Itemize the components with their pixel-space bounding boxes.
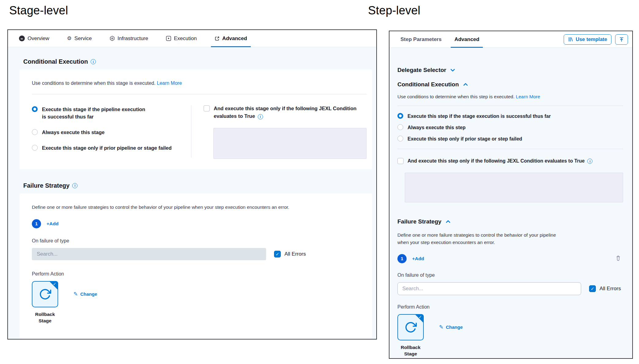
heading-text: Conditional Execution bbox=[23, 58, 88, 65]
jexl-label-text: And execute this step only if the follow… bbox=[408, 158, 584, 163]
failure-type-row: ✓ All Errors bbox=[32, 248, 360, 260]
corner-check-icon: ✓ bbox=[53, 282, 56, 286]
trash-icon bbox=[616, 255, 621, 261]
all-errors-label: All Errors bbox=[284, 251, 306, 257]
radio-selected-icon[interactable] bbox=[32, 106, 38, 112]
rollback-stage-action-card[interactable]: ✓ bbox=[397, 314, 424, 340]
radio-option-successful[interactable]: Execute this stage if the pipeline execu… bbox=[32, 106, 191, 121]
tab-label: Execution bbox=[174, 36, 197, 42]
step-panel: Step Parameters Advanced Use template De… bbox=[389, 31, 633, 359]
tab-execution[interactable]: Execution bbox=[166, 30, 197, 47]
radio-option-always[interactable]: Always execute this stage bbox=[32, 129, 191, 136]
change-action-link[interactable]: ✎ Change bbox=[439, 324, 463, 330]
all-errors-checkbox-row[interactable]: ✓ All Errors bbox=[589, 285, 621, 292]
delegate-selector-header[interactable]: Delegate Selector bbox=[397, 67, 623, 73]
change-label: Change bbox=[80, 291, 97, 297]
radio-option-prior-failed[interactable]: Execute this stage only if prior pipelin… bbox=[32, 144, 191, 152]
radio-label: Execute this step only if prior stage or… bbox=[408, 135, 522, 142]
failure-type-search-input[interactable] bbox=[32, 248, 266, 260]
radio-icon[interactable] bbox=[397, 136, 403, 141]
jexl-label: And execute this stage only if the follo… bbox=[214, 105, 366, 120]
jexl-condition-input[interactable] bbox=[405, 173, 623, 202]
heading-text: Failure Strategy bbox=[23, 182, 70, 189]
radio-label: Always execute this step bbox=[408, 124, 465, 131]
radio-option-prior-failed[interactable]: Execute this step only if prior stage or… bbox=[397, 135, 623, 142]
stage-level-title: Stage-level bbox=[9, 4, 68, 17]
gear-icon: ⚙ bbox=[67, 35, 72, 42]
all-errors-checkbox-row[interactable]: ✓ All Errors bbox=[274, 251, 306, 257]
delete-strategy-button[interactable] bbox=[616, 255, 621, 262]
pencil-icon: ✎ bbox=[73, 291, 78, 297]
strategy-badge-row: 1 +Add bbox=[397, 254, 623, 263]
failure-type-search-input[interactable] bbox=[397, 282, 581, 295]
strategy-count-badge[interactable]: 1 bbox=[397, 254, 407, 263]
checkbox-icon[interactable] bbox=[204, 105, 210, 111]
info-icon[interactable]: i bbox=[91, 59, 96, 64]
tab-advanced[interactable]: Advanced bbox=[215, 30, 247, 47]
checked-checkbox-icon[interactable]: ✓ bbox=[589, 285, 596, 292]
strategy-badge-row: 1 +Add bbox=[32, 219, 360, 228]
tab-advanced[interactable]: Advanced bbox=[454, 31, 479, 47]
radio-option-successful[interactable]: Execute this step if the stage execution… bbox=[397, 113, 623, 120]
info-icon[interactable]: i bbox=[72, 183, 77, 188]
stage-tabbar: ∞ Overview ⚙ Service Infrastructure Exec… bbox=[8, 30, 376, 47]
learn-more-link[interactable]: Learn More bbox=[516, 94, 540, 99]
radio-label: Execute this stage if the pipeline execu… bbox=[42, 106, 148, 121]
conditional-description: Use conditions to determine when this st… bbox=[397, 94, 623, 99]
checked-checkbox-icon[interactable]: ✓ bbox=[274, 251, 281, 257]
jexl-checkbox-row[interactable]: And execute this stage only if the follo… bbox=[204, 105, 366, 120]
action-name-line2: Stage bbox=[30, 318, 60, 324]
rollback-stage-action-card[interactable]: ✓ bbox=[32, 281, 58, 307]
info-icon[interactable]: i bbox=[587, 159, 592, 164]
radio-icon[interactable] bbox=[32, 129, 38, 135]
failure-description: Define one or more failure strategies to… bbox=[397, 231, 566, 246]
jexl-label: And execute this step only if the follow… bbox=[408, 157, 592, 165]
stage-panel-body: Conditional Execution i Use conditions t… bbox=[8, 47, 376, 339]
action-name-line1: Rollback bbox=[30, 311, 60, 318]
perform-action-row: ✓ ✎ Change bbox=[32, 281, 360, 307]
stage-panel: ∞ Overview ⚙ Service Infrastructure Exec… bbox=[7, 29, 377, 340]
use-template-button[interactable]: Use template bbox=[564, 34, 611, 45]
strategy-count-badge[interactable]: 1 bbox=[32, 219, 41, 228]
upload-button[interactable] bbox=[615, 34, 628, 45]
action-name: Rollback Stage bbox=[395, 344, 426, 357]
radio-option-always[interactable]: Always execute this step bbox=[397, 124, 623, 131]
info-icon[interactable]: i bbox=[258, 114, 263, 119]
jexl-condition-input[interactable] bbox=[213, 128, 366, 159]
checkbox-icon[interactable] bbox=[397, 158, 404, 164]
conditional-execution-header[interactable]: Conditional Execution bbox=[397, 81, 623, 88]
radio-icon[interactable] bbox=[32, 145, 38, 151]
add-strategy-button[interactable]: +Add bbox=[412, 256, 424, 261]
radio-selected-icon[interactable] bbox=[397, 113, 403, 119]
on-failure-label: On failure of type bbox=[32, 238, 360, 244]
all-errors-label: All Errors bbox=[600, 286, 621, 292]
action-name-line1: Rollback bbox=[395, 344, 426, 351]
divider bbox=[397, 106, 623, 106]
add-strategy-button[interactable]: +Add bbox=[47, 221, 58, 227]
execution-condition-radio-group: Execute this stage if the pipeline execu… bbox=[32, 105, 191, 160]
tab-step-parameters[interactable]: Step Parameters bbox=[400, 31, 442, 47]
change-action-link[interactable]: ✎ Change bbox=[73, 291, 97, 297]
learn-more-link[interactable]: Learn More bbox=[157, 81, 182, 86]
tab-label: Service bbox=[74, 36, 92, 42]
conditional-columns: Execute this stage if the pipeline execu… bbox=[32, 105, 366, 160]
failure-strategy-card: Define one or more failure strategies to… bbox=[20, 193, 372, 338]
on-failure-label: On failure of type bbox=[397, 272, 623, 278]
tab-overview[interactable]: ∞ Overview bbox=[19, 30, 49, 47]
library-icon bbox=[568, 37, 573, 42]
tab-infrastructure[interactable]: Infrastructure bbox=[110, 30, 148, 47]
action-name: Rollback Stage bbox=[30, 311, 60, 324]
jexl-checkbox-row[interactable]: And execute this step only if the follow… bbox=[397, 157, 623, 165]
failure-strategy-header[interactable]: Failure Strategy bbox=[397, 218, 623, 225]
link-icon: ∞ bbox=[19, 36, 25, 41]
play-icon bbox=[166, 36, 171, 41]
conditional-execution-heading: Conditional Execution i bbox=[23, 58, 372, 65]
export-icon bbox=[215, 36, 220, 41]
tab-label: Infrastructure bbox=[118, 36, 148, 42]
radio-icon[interactable] bbox=[397, 124, 403, 130]
perform-action-label: Perform Action bbox=[32, 271, 360, 277]
tab-service[interactable]: ⚙ Service bbox=[67, 30, 92, 47]
delegate-selector-title: Delegate Selector bbox=[397, 67, 446, 73]
corner-check-icon: ✓ bbox=[419, 315, 422, 319]
perform-action-label: Perform Action bbox=[397, 304, 623, 310]
